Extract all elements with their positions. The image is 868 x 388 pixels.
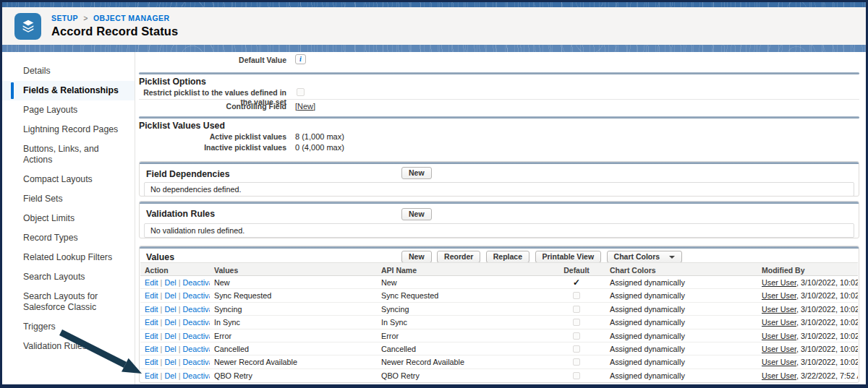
sidebar-item-object-limits[interactable]: Object Limits (2, 209, 135, 228)
sidebar-item-search-layouts[interactable]: Search Layouts (2, 267, 135, 287)
user-link[interactable]: User User (762, 345, 796, 353)
table-row: Edit|Del|Deactivate QBO Retry QBO Retry … (140, 369, 858, 382)
chevron-down-icon (669, 256, 675, 259)
link-separator: | (161, 358, 163, 366)
default-checkbox-unchecked (573, 372, 580, 379)
del-link[interactable]: Del (164, 332, 176, 340)
sidebar-item-details[interactable]: Details (2, 61, 135, 81)
sidebar-item-search-layouts-classic[interactable]: Search Layouts for Salesforce Classic (2, 287, 135, 317)
edit-link[interactable]: Edit (145, 358, 158, 366)
modified-date: , 3/22/2022, 7:52 AM (796, 371, 858, 380)
breadcrumb-separator: > (83, 14, 88, 22)
modified-by-cell: User User, 3/10/2022, 10:02 AM (757, 329, 858, 342)
user-link[interactable]: User User (762, 371, 796, 380)
link-separator: | (179, 318, 181, 327)
default-checkbox-unchecked (573, 306, 580, 313)
deactivate-link[interactable]: Deactivate (182, 345, 210, 353)
deactivate-link[interactable]: Deactivate (182, 278, 210, 287)
default-value-label: Default Value (136, 56, 286, 65)
breadcrumb: SETUP > OBJECT MANAGER (51, 14, 178, 22)
edit-link[interactable]: Edit (145, 332, 158, 340)
modified-date: , 3/10/2022, 10:02 AM (796, 278, 858, 287)
reorder-button[interactable]: Reorder (437, 251, 480, 263)
deactivate-link[interactable]: Deactivate (182, 371, 210, 380)
deactivate-link[interactable]: Deactivate (182, 332, 210, 340)
picklist-values-table: Action Values API Name Default Chart Col… (140, 262, 858, 382)
del-link[interactable]: Del (164, 371, 176, 380)
del-link[interactable]: Del (164, 358, 176, 366)
edit-link[interactable]: Edit (145, 305, 158, 314)
del-link[interactable]: Del (164, 291, 176, 300)
default-checkbox-unchecked (573, 358, 580, 366)
edit-link[interactable]: Edit (145, 345, 158, 353)
new-value-button[interactable]: New (401, 251, 432, 263)
del-link[interactable]: Del (164, 318, 176, 327)
default-cell (548, 355, 605, 368)
deactivate-link[interactable]: Deactivate (182, 358, 210, 366)
sidebar-item-page-layouts[interactable]: Page Layouts (2, 100, 135, 120)
new-validation-rule-button[interactable]: New (401, 208, 432, 220)
sidebar-item-buttons-links-actions[interactable]: Buttons, Links, and Actions (2, 139, 135, 170)
layers-glyph (20, 18, 36, 34)
edit-link[interactable]: Edit (145, 371, 158, 380)
api-name-cell: Error (377, 329, 548, 342)
edit-link[interactable]: Edit (145, 278, 158, 287)
table-row: Edit|Del|Deactivate Syncing Syncing Assi… (140, 303, 858, 316)
column-header-values: Values (210, 263, 377, 275)
new-field-dependency-button[interactable]: New (401, 167, 432, 179)
link-separator: | (161, 305, 163, 314)
sidebar-item-compact-layouts[interactable]: Compact Layouts (2, 170, 135, 189)
deactivate-link[interactable]: Deactivate (182, 318, 210, 327)
user-link[interactable]: User User (762, 278, 796, 287)
sidebar-item-fields-relationships[interactable]: Fields & Relationships (2, 81, 135, 100)
edit-link[interactable]: Edit (145, 318, 158, 327)
modified-by-cell: User User, 3/10/2022, 10:02 AM (757, 303, 858, 315)
page-title: Accord Record Status (51, 25, 178, 38)
sidebar-item-field-sets[interactable]: Field Sets (2, 189, 135, 209)
user-link[interactable]: User User (762, 358, 796, 366)
sidebar-item-validation-rules[interactable]: Validation Rules (2, 337, 135, 356)
value-cell: Error (210, 329, 377, 342)
validation-rules-buttons: New (401, 207, 434, 220)
user-link[interactable]: User User (762, 305, 796, 314)
del-link[interactable]: Del (164, 305, 176, 314)
breadcrumb-setup-link[interactable]: SETUP (51, 14, 78, 22)
sidebar-item-record-types[interactable]: Record Types (2, 228, 135, 248)
user-link[interactable]: User User (762, 291, 796, 300)
link-separator: | (161, 371, 163, 380)
link-separator: | (179, 358, 181, 366)
sidebar-item-related-lookup-filters[interactable]: Related Lookup Filters (2, 248, 135, 267)
deactivate-link[interactable]: Deactivate (182, 305, 210, 314)
modified-by-cell: User User, 3/10/2022, 10:02 AM (757, 355, 858, 368)
table-row: Edit|Del|Deactivate Newer Record Availab… (140, 355, 858, 368)
modified-date: , 3/10/2022, 10:02 AM (796, 345, 858, 353)
edit-link[interactable]: Edit (145, 291, 158, 300)
row-divider (139, 99, 859, 100)
del-link[interactable]: Del (164, 278, 176, 287)
controlling-field-new-link[interactable]: New (297, 102, 313, 111)
link-separator: | (179, 291, 181, 300)
inactive-picklist-values-row: Inactive picklist values 0 (4,000 max) (136, 143, 859, 154)
printable-view-button[interactable]: Printable View (535, 251, 602, 263)
del-link[interactable]: Del (164, 345, 176, 353)
chart-colors-cell: Assigned dynamically (605, 329, 757, 342)
row-actions: Edit|Del|Deactivate (140, 289, 210, 301)
chart-colors-dropdown-button[interactable]: Chart Colors (607, 251, 683, 263)
replace-button[interactable]: Replace (486, 251, 529, 263)
api-name-cell: Syncing (377, 303, 548, 315)
user-link[interactable]: User User (762, 318, 796, 327)
sidebar-item-lightning-record-pages[interactable]: Lightning Record Pages (2, 120, 135, 139)
link-separator: | (179, 305, 181, 314)
sidebar-item-triggers[interactable]: Triggers (2, 317, 135, 337)
table-header-row: Action Values API Name Default Chart Col… (140, 262, 858, 276)
info-icon[interactable]: i (295, 54, 306, 64)
user-link[interactable]: User User (762, 332, 796, 340)
value-cell: In Sync (210, 316, 377, 328)
active-picklist-values-value: 8 (1,000 max) (295, 132, 344, 142)
row-actions: Edit|Del|Deactivate (140, 329, 210, 342)
chart-colors-cell: Assigned dynamically (605, 369, 757, 382)
picklist-values-used-title: Picklist Values Used (139, 121, 225, 131)
breadcrumb-object-manager-link[interactable]: OBJECT MANAGER (93, 14, 169, 22)
chart-colors-cell: Assigned dynamically (605, 355, 757, 368)
deactivate-link[interactable]: Deactivate (182, 291, 210, 300)
